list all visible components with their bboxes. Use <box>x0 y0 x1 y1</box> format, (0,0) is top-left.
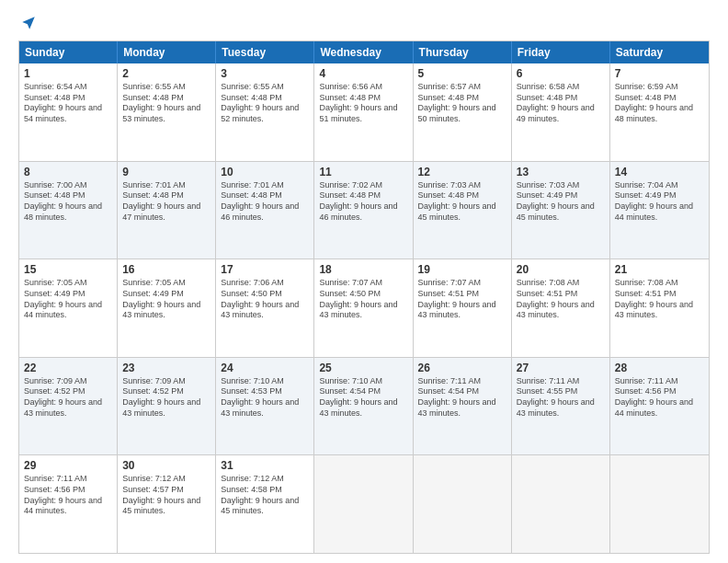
sunrise-line: Sunrise: 7:03 AM <box>517 180 605 191</box>
sunrise-line: Sunrise: 6:58 AM <box>517 82 605 93</box>
sunrise-line: Sunrise: 7:07 AM <box>418 278 506 289</box>
day-number: 6 <box>517 67 605 80</box>
day-cell-4: 4Sunrise: 6:56 AMSunset: 4:48 PMDaylight… <box>314 63 413 161</box>
sunset-line: Sunset: 4:48 PM <box>319 93 407 104</box>
week-row-1: 1Sunrise: 6:54 AMSunset: 4:48 PMDaylight… <box>19 63 709 161</box>
sunrise-line: Sunrise: 6:55 AM <box>122 82 210 93</box>
sunrise-line: Sunrise: 7:07 AM <box>319 278 407 289</box>
sunrise-line: Sunrise: 7:11 AM <box>24 474 112 485</box>
day-number: 29 <box>24 459 112 472</box>
day-cell-1: 1Sunrise: 6:54 AMSunset: 4:48 PMDaylight… <box>19 63 118 161</box>
sunset-line: Sunset: 4:57 PM <box>122 485 210 496</box>
day-cell-14: 14Sunrise: 7:04 AMSunset: 4:49 PMDayligh… <box>610 162 709 259</box>
sunset-line: Sunset: 4:54 PM <box>319 386 407 397</box>
daylight-line: Daylight: 9 hours and 43 minutes. <box>517 397 605 419</box>
sunrise-line: Sunrise: 7:10 AM <box>221 376 309 387</box>
day-cell-8: 8Sunrise: 7:00 AMSunset: 4:48 PMDaylight… <box>19 162 118 259</box>
sunset-line: Sunset: 4:51 PM <box>418 289 506 300</box>
day-cell-19: 19Sunrise: 7:07 AMSunset: 4:51 PMDayligh… <box>414 259 512 357</box>
sunset-line: Sunset: 4:48 PM <box>24 93 112 104</box>
header <box>18 15 710 31</box>
day-number: 25 <box>319 362 407 374</box>
empty-cell <box>610 455 709 553</box>
bird-icon <box>20 15 37 31</box>
sunrise-line: Sunrise: 7:11 AM <box>615 376 704 387</box>
sunset-line: Sunset: 4:52 PM <box>122 386 210 397</box>
day-cell-7: 7Sunrise: 6:59 AMSunset: 4:48 PMDaylight… <box>610 63 709 161</box>
day-number: 22 <box>24 362 112 374</box>
sunrise-line: Sunrise: 7:01 AM <box>221 180 309 191</box>
day-cell-26: 26Sunrise: 7:11 AMSunset: 4:54 PMDayligh… <box>414 358 512 455</box>
sunrise-line: Sunrise: 7:08 AM <box>615 278 704 289</box>
sunrise-line: Sunrise: 7:04 AM <box>615 180 704 191</box>
empty-cell <box>414 455 512 553</box>
sunrise-line: Sunrise: 7:08 AM <box>517 278 605 289</box>
day-cell-30: 30Sunrise: 7:12 AMSunset: 4:57 PMDayligh… <box>118 455 216 553</box>
sunrise-line: Sunrise: 7:01 AM <box>122 180 210 191</box>
week-row-3: 15Sunrise: 7:05 AMSunset: 4:49 PMDayligh… <box>19 259 709 357</box>
sunset-line: Sunset: 4:52 PM <box>24 386 112 397</box>
day-number: 21 <box>615 263 704 276</box>
sunrise-line: Sunrise: 7:09 AM <box>24 376 112 387</box>
day-number: 8 <box>24 166 112 178</box>
daylight-line: Daylight: 9 hours and 46 minutes. <box>221 201 309 223</box>
sunset-line: Sunset: 4:51 PM <box>517 289 605 300</box>
sunset-line: Sunset: 4:58 PM <box>221 485 309 496</box>
week-row-5: 29Sunrise: 7:11 AMSunset: 4:56 PMDayligh… <box>19 454 709 553</box>
sunrise-line: Sunrise: 7:09 AM <box>122 376 210 387</box>
day-cell-11: 11Sunrise: 7:02 AMSunset: 4:48 PMDayligh… <box>314 162 413 259</box>
sunset-line: Sunset: 4:48 PM <box>517 93 605 104</box>
daylight-line: Daylight: 9 hours and 43 minutes. <box>122 300 210 321</box>
day-number: 16 <box>122 263 210 276</box>
day-number: 11 <box>319 166 407 178</box>
day-cell-24: 24Sunrise: 7:10 AMSunset: 4:53 PMDayligh… <box>216 358 314 455</box>
day-number: 5 <box>418 67 506 80</box>
sunrise-line: Sunrise: 7:10 AM <box>319 376 407 387</box>
day-cell-9: 9Sunrise: 7:01 AMSunset: 4:48 PMDaylight… <box>118 162 216 259</box>
day-cell-28: 28Sunrise: 7:11 AMSunset: 4:56 PMDayligh… <box>610 358 709 455</box>
daylight-line: Daylight: 9 hours and 43 minutes. <box>418 300 506 321</box>
sunset-line: Sunset: 4:49 PM <box>122 289 210 300</box>
daylight-line: Daylight: 9 hours and 44 minutes. <box>615 201 704 223</box>
daylight-line: Daylight: 9 hours and 44 minutes. <box>24 496 112 517</box>
day-number: 17 <box>221 263 309 276</box>
daylight-line: Daylight: 9 hours and 44 minutes. <box>615 397 704 419</box>
sunrise-line: Sunrise: 7:02 AM <box>319 180 407 191</box>
header-day-saturday: Saturday <box>610 41 709 63</box>
daylight-line: Daylight: 9 hours and 52 minutes. <box>221 103 309 124</box>
header-day-tuesday: Tuesday <box>216 41 314 63</box>
daylight-line: Daylight: 9 hours and 43 minutes. <box>418 397 506 419</box>
sunrise-line: Sunrise: 7:11 AM <box>517 376 605 387</box>
day-number: 12 <box>418 166 506 178</box>
day-number: 1 <box>24 67 112 80</box>
sunset-line: Sunset: 4:48 PM <box>24 190 112 201</box>
sunset-line: Sunset: 4:55 PM <box>517 386 605 397</box>
day-cell-27: 27Sunrise: 7:11 AMSunset: 4:55 PMDayligh… <box>512 358 610 455</box>
day-cell-6: 6Sunrise: 6:58 AMSunset: 4:48 PMDaylight… <box>512 63 610 161</box>
daylight-line: Daylight: 9 hours and 43 minutes. <box>24 397 112 419</box>
day-cell-15: 15Sunrise: 7:05 AMSunset: 4:49 PMDayligh… <box>19 259 118 357</box>
empty-cell <box>512 455 610 553</box>
day-number: 23 <box>122 362 210 374</box>
day-cell-3: 3Sunrise: 6:55 AMSunset: 4:48 PMDaylight… <box>216 63 314 161</box>
sunrise-line: Sunrise: 7:12 AM <box>122 474 210 485</box>
calendar: SundayMondayTuesdayWednesdayThursdayFrid… <box>18 40 710 554</box>
day-cell-13: 13Sunrise: 7:03 AMSunset: 4:49 PMDayligh… <box>512 162 610 259</box>
page: SundayMondayTuesdayWednesdayThursdayFrid… <box>0 0 728 563</box>
logo-text <box>18 15 37 31</box>
day-number: 15 <box>24 263 112 276</box>
sunrise-line: Sunrise: 7:05 AM <box>122 278 210 289</box>
day-number: 18 <box>319 263 407 276</box>
daylight-line: Daylight: 9 hours and 44 minutes. <box>24 300 112 321</box>
daylight-line: Daylight: 9 hours and 45 minutes. <box>517 201 605 223</box>
day-number: 9 <box>122 166 210 178</box>
daylight-line: Daylight: 9 hours and 48 minutes. <box>615 103 704 124</box>
day-cell-31: 31Sunrise: 7:12 AMSunset: 4:58 PMDayligh… <box>216 455 314 553</box>
daylight-line: Daylight: 9 hours and 46 minutes. <box>319 201 407 223</box>
day-cell-20: 20Sunrise: 7:08 AMSunset: 4:51 PMDayligh… <box>512 259 610 357</box>
sunset-line: Sunset: 4:48 PM <box>418 93 506 104</box>
sunset-line: Sunset: 4:48 PM <box>418 190 506 201</box>
day-cell-21: 21Sunrise: 7:08 AMSunset: 4:51 PMDayligh… <box>610 259 709 357</box>
day-cell-12: 12Sunrise: 7:03 AMSunset: 4:48 PMDayligh… <box>414 162 512 259</box>
sunset-line: Sunset: 4:48 PM <box>221 93 309 104</box>
